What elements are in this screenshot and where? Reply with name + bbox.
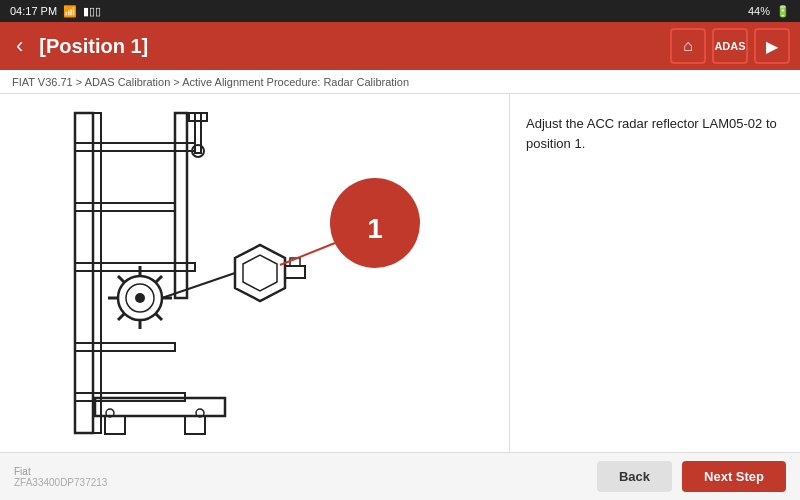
footer-buttons: Back Next Step bbox=[597, 461, 786, 492]
status-left: 04:17 PM 📶 ▮▯▯ bbox=[10, 5, 101, 18]
svg-point-11 bbox=[135, 293, 145, 303]
instruction-text: Adjust the ACC radar reflector LAM05-02 … bbox=[526, 114, 784, 153]
adas-icon: ADAS bbox=[714, 40, 745, 52]
battery-icon: 🔋 bbox=[776, 5, 790, 18]
serial-number: ZFA33400DP737213 bbox=[14, 477, 107, 488]
header: ‹ [Position 1] ⌂ ADAS ▶ bbox=[0, 22, 800, 70]
home-icon: ⌂ bbox=[683, 37, 693, 55]
next-step-button[interactable]: Next Step bbox=[682, 461, 786, 492]
info-panel: Adjust the ACC radar reflector LAM05-02 … bbox=[510, 94, 800, 452]
status-right: 44% 🔋 bbox=[748, 5, 790, 18]
svg-text:1: 1 bbox=[367, 213, 383, 244]
status-bar: 04:17 PM 📶 ▮▯▯ 44% 🔋 bbox=[0, 0, 800, 22]
battery-display: 44% bbox=[748, 5, 770, 17]
footer: Fiat ZFA33400DP737213 Back Next Step bbox=[0, 452, 800, 500]
header-icons: ⌂ ADAS ▶ bbox=[670, 28, 790, 64]
signal-icon: ▮▯▯ bbox=[83, 5, 101, 18]
time-display: 04:17 PM bbox=[10, 5, 57, 17]
page-title: [Position 1] bbox=[39, 35, 660, 58]
diagram-area: 1 bbox=[0, 94, 510, 452]
back-button[interactable]: Back bbox=[597, 461, 672, 492]
footer-brand: Fiat ZFA33400DP737213 bbox=[14, 466, 107, 488]
wifi-icon: 📶 bbox=[63, 5, 77, 18]
radar-diagram: 1 bbox=[15, 103, 495, 443]
adas-button[interactable]: ADAS bbox=[712, 28, 748, 64]
home-button[interactable]: ⌂ bbox=[670, 28, 706, 64]
brand-name: Fiat bbox=[14, 466, 107, 477]
main-content: 1 Adjust the ACC radar reflector LAM05-0… bbox=[0, 94, 800, 452]
breadcrumb: FIAT V36.71 > ADAS Calibration > Active … bbox=[0, 70, 800, 94]
export-icon: ▶ bbox=[766, 37, 778, 56]
back-button[interactable]: ‹ bbox=[10, 29, 29, 63]
breadcrumb-text: FIAT V36.71 > ADAS Calibration > Active … bbox=[12, 76, 409, 88]
export-button[interactable]: ▶ bbox=[754, 28, 790, 64]
